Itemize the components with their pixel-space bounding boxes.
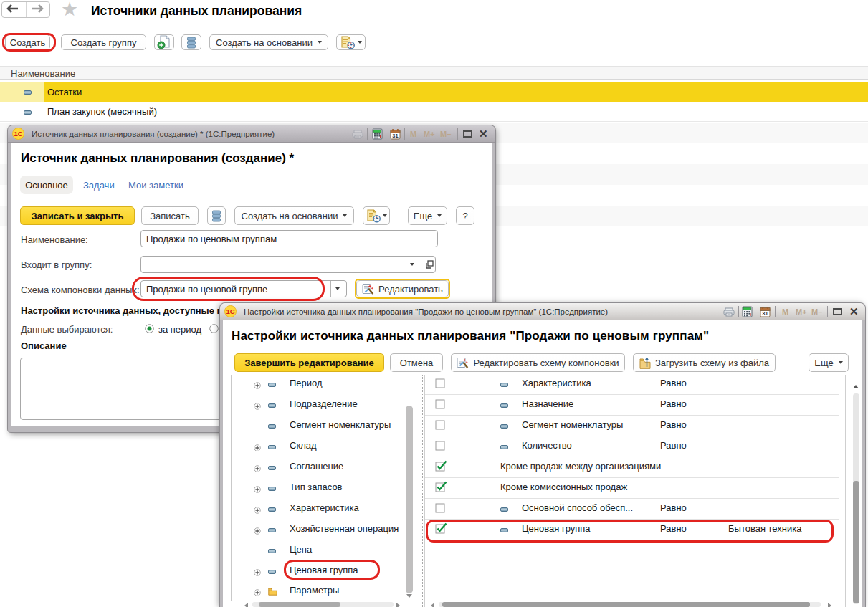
svg-text:31: 31 <box>392 133 398 139</box>
svg-text:1C: 1C <box>14 130 22 138</box>
svg-text:31: 31 <box>762 310 768 317</box>
svg-text:1C: 1C <box>226 307 234 315</box>
